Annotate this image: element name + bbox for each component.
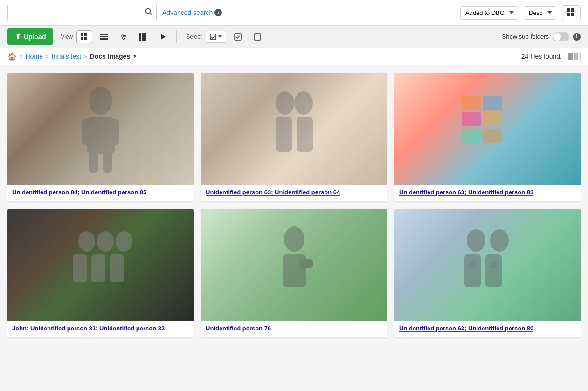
advanced-search-link[interactable]: Advanced search i	[162, 9, 222, 16]
content-area: Unidentified person 84; Unidentified per…	[0, 65, 588, 391]
advanced-search-info-icon: i	[214, 9, 222, 16]
order-dropdown[interactable]: Desc Asc	[524, 6, 556, 20]
sep-1: »	[20, 53, 23, 60]
svg-point-46	[467, 229, 485, 252]
svg-rect-51	[490, 262, 497, 268]
svg-rect-19	[235, 34, 241, 40]
top-bar: Advanced search i Added to DBG Name Date…	[0, 0, 588, 26]
image-thumb-5	[201, 209, 387, 321]
divider	[176, 30, 177, 43]
svg-rect-32	[483, 96, 502, 110]
image-grid: Unidentified person 84; Unidentified per…	[7, 73, 581, 337]
layout-toggle-button[interactable]	[562, 5, 581, 20]
svg-rect-25	[89, 152, 98, 173]
svg-rect-5	[571, 13, 574, 16]
upload-button[interactable]: ⬆ Upload	[7, 28, 53, 45]
image-card-2[interactable]: Unidentified person 63; Unidentified per…	[201, 73, 387, 201]
svg-rect-6	[81, 33, 83, 36]
image-card-3[interactable]: Unidentified person 63; Unidentified per…	[394, 73, 581, 201]
svg-rect-12	[100, 38, 108, 40]
image-caption-5: Unidentified person 76	[201, 321, 387, 337]
svg-rect-23	[82, 119, 91, 145]
files-found-label: 24 files found.	[521, 53, 562, 60]
map-view-button[interactable]	[116, 30, 131, 43]
svg-point-47	[490, 229, 509, 252]
svg-rect-30	[297, 117, 313, 152]
multi-view-button[interactable]	[135, 30, 151, 43]
main-content: Unidentified person 84; Unidentified per…	[0, 65, 588, 345]
svg-marker-17	[161, 34, 166, 40]
svg-rect-33	[462, 112, 481, 126]
slideshow-button[interactable]	[155, 30, 171, 43]
svg-rect-9	[84, 37, 87, 40]
breadcrumb-innatest-link[interactable]: Inna's test	[52, 53, 81, 60]
files-count-section: 24 files found.	[521, 52, 581, 61]
svg-rect-16	[144, 33, 146, 41]
svg-rect-48	[464, 254, 481, 287]
image-caption-6: Unidentified person 63; Unidentified per…	[394, 321, 581, 337]
image-card-1[interactable]: Unidentified person 84; Unidentified per…	[7, 73, 194, 201]
breadcrumb-home-link[interactable]: Home	[26, 53, 43, 60]
page-container: Advanced search i Added to DBG Name Date…	[0, 0, 588, 391]
second-toolbar: ⬆ Upload View	[0, 26, 588, 48]
svg-rect-50	[469, 262, 476, 268]
search-button[interactable]	[145, 8, 152, 17]
image-caption-2: Unidentified person 63; Unidentified per…	[201, 185, 387, 201]
image-card-5[interactable]: Unidentified person 76	[201, 209, 387, 337]
svg-point-27	[276, 91, 294, 115]
home-breadcrumb[interactable]: 🏠	[7, 52, 17, 61]
svg-point-13	[123, 35, 125, 36]
select-dropdown-button[interactable]	[206, 31, 226, 43]
upload-label: Upload	[24, 33, 46, 41]
image-thumb-3	[394, 73, 581, 185]
svg-rect-24	[110, 119, 119, 145]
svg-point-0	[146, 9, 151, 14]
svg-rect-42	[110, 254, 124, 282]
image-card-4[interactable]: John; Unidentified person 81; Unidentifi…	[7, 209, 194, 337]
svg-rect-3	[571, 8, 574, 12]
advanced-search-label: Advanced search	[162, 9, 213, 16]
svg-rect-40	[73, 254, 87, 282]
deselect-button[interactable]	[249, 30, 265, 43]
svg-point-21	[89, 87, 112, 115]
svg-point-37	[78, 231, 95, 252]
split-view-icon[interactable]	[566, 52, 581, 61]
svg-rect-20	[254, 34, 261, 40]
select-all-button[interactable]	[230, 30, 246, 43]
select-label: Select	[186, 34, 201, 40]
svg-rect-31	[462, 96, 481, 110]
image-thumb-6	[394, 209, 581, 321]
breadcrumb-bar: 🏠 » Home » Inna's test » Docs Images ▼ 2…	[0, 48, 588, 65]
search-wrapper	[7, 4, 157, 21]
show-subfolders-info-icon: i	[573, 33, 581, 41]
svg-rect-10	[100, 34, 108, 35]
show-subfolders-label: Show sub-folders	[502, 33, 549, 40]
svg-rect-4	[567, 13, 570, 16]
sep-2: »	[46, 53, 49, 60]
list-view-button[interactable]	[96, 30, 112, 43]
svg-rect-36	[483, 129, 502, 143]
search-input[interactable]	[12, 9, 145, 16]
upload-icon: ⬆	[15, 32, 21, 41]
svg-point-43	[284, 226, 304, 252]
svg-rect-29	[276, 117, 292, 152]
image-thumb-1	[7, 73, 194, 185]
svg-rect-7	[84, 33, 87, 36]
svg-rect-15	[142, 33, 144, 41]
show-subfolders-section: Show sub-folders i	[502, 32, 581, 41]
view-label: View	[61, 34, 73, 40]
image-caption-1: Unidentified person 84; Unidentified per…	[7, 185, 194, 201]
sep-3: »	[84, 53, 87, 60]
grid-view-button[interactable]	[76, 30, 92, 43]
show-subfolders-toggle[interactable]	[553, 32, 569, 41]
sort-dropdown[interactable]: Added to DBG Name Date Modified File Siz…	[460, 6, 518, 20]
breadcrumb-current: Docs Images ▼	[90, 53, 138, 60]
svg-rect-34	[483, 112, 502, 126]
current-folder-label: Docs Images	[90, 53, 130, 60]
svg-rect-35	[462, 129, 481, 143]
image-thumb-2	[201, 73, 387, 185]
image-caption-4: John; Unidentified person 81; Unidentifi…	[7, 321, 194, 337]
svg-rect-11	[100, 36, 108, 37]
breadcrumb-dropdown-icon[interactable]: ▼	[132, 53, 138, 60]
image-card-6[interactable]: Unidentified person 63; Unidentified per…	[394, 209, 581, 337]
